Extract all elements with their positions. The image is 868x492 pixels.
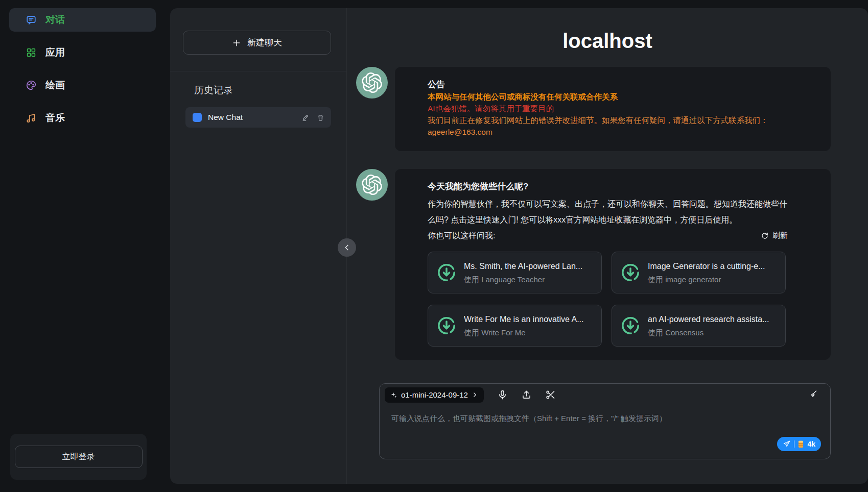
announcement-title: 公告 [428,78,788,91]
sidebar-item-apps[interactable]: 应用 [9,41,156,64]
new-chat-label: 新建聊天 [247,37,282,48]
collapse-panel-button[interactable] [338,238,356,257]
workspace: 新建聊天 历史记录 New Chat localhost [170,8,868,484]
plus-icon [232,38,241,47]
announcement-line: AI也会犯错。请勿将其用于重要目的 [428,103,788,114]
sidebar-item-label: 对话 [45,13,65,27]
composer-toolbar: o1-mini-2024-09-12 [380,384,830,406]
assistant-avatar [356,67,388,99]
chat-list-panel: 新建聊天 历史记录 New Chat [170,8,347,484]
sidebar-item-label: 应用 [45,46,65,59]
model-selector[interactable]: o1-mini-2024-09-12 [385,387,484,403]
sidebar-item-drawing[interactable]: 绘画 [9,73,156,97]
sidebar-item-chat[interactable]: 对话 [9,8,156,32]
composer: o1-mini-2024-09-12 [379,383,831,459]
login-card: 立即登录 [10,434,147,480]
announcement-bubble: 公告 本网站与任何其他公司或商标没有任何关联或合作关系 AI也会犯错。请勿将其用… [395,67,831,151]
chat-content: localhost 公告 本网站与任何其他公司或商标没有任何关联或合作关系 AI… [347,8,868,484]
announcement-line: 本网站与任何其他公司或商标没有任何关联或合作关系 [428,91,788,103]
login-button[interactable]: 立即登录 [15,446,143,468]
card-subtitle: 使用 Language Teacher [464,275,582,285]
refresh-button[interactable]: 刷新 [761,231,788,240]
paper-plane-icon [783,440,791,448]
panel-divider [170,71,346,71]
upload-button[interactable] [521,389,532,400]
model-label: o1-mini-2024-09-12 [401,390,468,399]
scissors-button[interactable] [545,389,556,400]
token-count-badge: 4k [807,440,815,448]
welcome-title: 今天我能为您做些什么呢? [428,180,788,193]
microphone-icon [497,389,508,400]
suggestion-card[interactable]: Ms. Smith, the AI-powered Lan... 使用 Lang… [428,252,602,293]
app-grid-icon [26,47,37,58]
suggestion-card[interactable]: Write For Me is an innovative A... 使用 Wr… [428,305,602,347]
history-item-label: New Chat [208,113,243,122]
download-circle-icon [436,315,457,336]
suggestion-card-grid: Ms. Smith, the AI-powered Lan... 使用 Lang… [428,252,788,347]
chat-bubble-icon [26,14,37,26]
welcome-bubble: 今天我能为您做些什么呢? 作为你的智慧伙伴，我不仅可以写文案、出点子，还可以和你… [395,169,831,360]
download-circle-icon [620,315,641,336]
microphone-button[interactable] [497,389,508,400]
coin-icon [797,440,804,448]
chevron-left-icon [342,243,351,252]
card-subtitle: 使用 image generator [648,275,765,285]
message-announcement: 公告 本网站与任何其他公司或商标没有任何关联或合作关系 AI也会犯错。请勿将其用… [356,67,831,151]
download-circle-icon [436,262,457,283]
openai-logo-icon [362,175,382,195]
palette-icon [26,80,37,91]
suggestion-card[interactable]: Image Generator is a cutting-e... 使用 ima… [612,252,786,293]
download-circle-icon [620,262,641,283]
card-title: Write For Me is an innovative A... [464,314,583,325]
history-title: 历史记录 [194,84,346,97]
assistant-avatar [356,169,388,201]
sidebar-item-music[interactable]: 音乐 [9,106,156,130]
send-divider [794,440,794,448]
history-item-new-chat[interactable]: New Chat [185,107,331,128]
chat-color-swatch [193,113,202,122]
history-item-actions [301,114,324,121]
card-title: Ms. Smith, the AI-powered Lan... [464,261,582,272]
new-chat-button[interactable]: 新建聊天 [183,31,331,55]
send-button[interactable]: 4k [777,437,821,451]
sidebar-item-label: 绘画 [45,79,65,92]
scissors-icon [545,389,556,400]
card-title: an AI-powered research assista... [648,314,769,325]
suggestion-card[interactable]: an AI-powered research assista... 使用 Con… [612,305,786,347]
card-subtitle: 使用 Write For Me [464,328,583,338]
sparkle-icon [390,391,397,399]
sidebar: 对话 应用 绘画 音乐 立即登录 [0,0,156,492]
chevron-right-icon [472,391,478,398]
card-subtitle: 使用 Consensus [648,328,769,338]
clear-chat-button[interactable] [807,389,818,400]
message-welcome: 今天我能为您做些什么呢? 作为你的智慧伙伴，我不仅可以写文案、出点子，还可以和你… [356,169,831,360]
broom-icon [807,389,818,400]
message-input[interactable] [380,406,830,443]
music-note-icon [26,112,37,124]
edit-icon[interactable] [301,114,309,121]
upload-icon [521,389,532,400]
composer-input-area: 4k [380,406,830,459]
welcome-prompt-line: 你也可以这样问我: [428,228,495,243]
welcome-body: 作为你的智慧伙伴，我不仅可以写文案、出点子，还可以和你聊天、回答问题。想知道我还… [428,196,788,228]
card-title: Image Generator is a cutting-e... [648,261,765,272]
announcement-line: 我们目前正在修复我们网站上的错误并改进细节。如果您有任何疑问，请通过以下方式联系… [428,114,788,126]
announcement-email[interactable]: ageerle@163.com [428,126,788,138]
page-title: localhost [347,30,868,53]
refresh-label: 刷新 [772,231,788,240]
openai-logo-icon [362,72,382,93]
refresh-icon [761,232,769,240]
trash-icon[interactable] [317,114,324,121]
sidebar-item-label: 音乐 [45,111,65,125]
